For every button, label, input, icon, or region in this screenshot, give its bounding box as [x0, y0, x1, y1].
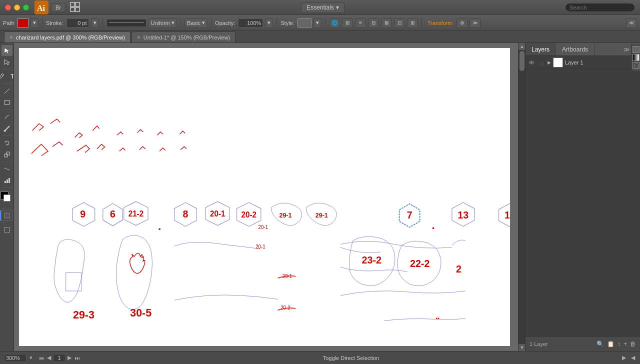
- align-btn1[interactable]: ⊞: [342, 18, 353, 28]
- next-page-btn[interactable]: ▶: [66, 354, 72, 361]
- pen-tool[interactable]: [0, 71, 6, 82]
- style-swatch[interactable]: [298, 18, 312, 28]
- line-tool[interactable]: [2, 86, 12, 96]
- warp-tool[interactable]: [2, 164, 12, 174]
- tab-close-icon2[interactable]: ×: [137, 34, 140, 41]
- first-page-btn[interactable]: ⏮: [38, 355, 45, 361]
- status-nav-icon[interactable]: ◀: [630, 354, 636, 361]
- page-number-input[interactable]: [53, 354, 66, 362]
- view-options-btn[interactable]: [70, 2, 80, 14]
- align-btn5[interactable]: ⊡: [394, 18, 405, 28]
- stroke-value-input[interactable]: [66, 18, 89, 28]
- zoom-dropdown-icon[interactable]: ▾: [30, 354, 32, 361]
- hex-21-2: 21-2: [124, 202, 148, 226]
- zoom-input[interactable]: [4, 354, 26, 362]
- svg-rect-2: [70, 2, 74, 6]
- darken-mode-btn[interactable]: [2, 210, 12, 221]
- scroll-track[interactable]: [518, 50, 525, 344]
- gradient-icon[interactable]: [632, 54, 640, 61]
- titlebar-center: Essentials ▾: [80, 2, 565, 13]
- transform-button[interactable]: Transform: [426, 20, 454, 26]
- normal-mode-btn[interactable]: [0, 210, 1, 221]
- svg-text:6: 6: [110, 208, 116, 220]
- status-expand-icon[interactable]: ▶: [621, 354, 627, 361]
- stroke-unit-dropdown[interactable]: ▾: [91, 18, 99, 28]
- type-tool[interactable]: T: [7, 71, 14, 82]
- canvas[interactable]: 9 6 21-2 8: [19, 48, 510, 346]
- vertical-scrollbar[interactable]: ▲ ▼: [518, 43, 525, 351]
- layer-lock-icon[interactable]: [538, 58, 546, 66]
- move-to-layer-icon[interactable]: ↕: [618, 340, 620, 348]
- scale-tool[interactable]: [2, 149, 12, 160]
- layer-row[interactable]: ▶ Layer 1: [526, 56, 640, 69]
- scroll-down-arrow[interactable]: ▼: [518, 344, 525, 351]
- style-label: Style:: [280, 20, 294, 26]
- align-btn6[interactable]: ⊞: [407, 18, 418, 28]
- transform-options-btn[interactable]: ⊕: [456, 18, 468, 28]
- main-toolbar: Path ▾ Stroke: ▾ Uniform ▾ Basic ▾ Opaci…: [0, 15, 640, 31]
- more-options-btn[interactable]: ≫: [470, 18, 480, 28]
- rect-tool[interactable]: [2, 97, 12, 108]
- basic-dropdown[interactable]: Basic ▾: [184, 18, 208, 28]
- align-btn4[interactable]: ⊠: [381, 18, 392, 28]
- scroll-up-arrow[interactable]: ▲: [518, 43, 525, 50]
- canvas-area[interactable]: 9 6 21-2 8: [14, 43, 525, 351]
- fill-color-swatch[interactable]: [18, 18, 28, 28]
- svg-text:2: 2: [456, 264, 462, 274]
- paintbrush-tool[interactable]: [2, 123, 12, 134]
- style-dropdown[interactable]: ▾: [314, 18, 322, 28]
- pencil-tool[interactable]: [2, 112, 12, 122]
- color-icon[interactable]: [632, 46, 640, 53]
- last-page-btn[interactable]: ⏭: [74, 355, 81, 361]
- align-btn2[interactable]: ≡: [355, 18, 366, 28]
- artboard-tool[interactable]: [2, 224, 12, 236]
- direct-selection-tool[interactable]: [2, 56, 12, 68]
- rotate-tool[interactable]: [2, 138, 12, 148]
- svg-text:7: 7: [407, 210, 412, 220]
- search-input[interactable]: [565, 3, 635, 12]
- svg-rect-3: [76, 2, 80, 6]
- layers-count: 1 Layer: [530, 341, 548, 347]
- main-area: T: [0, 43, 640, 351]
- tool-sep2: [2, 84, 12, 84]
- graph-tool[interactable]: [2, 175, 12, 186]
- expand-panel-btn[interactable]: ≪: [626, 18, 637, 28]
- svg-rect-10: [6, 152, 10, 155]
- layer-visibility-icon[interactable]: [528, 58, 536, 66]
- arrange-controls: ≪: [626, 18, 637, 28]
- globe-icon-btn[interactable]: 🌐: [329, 18, 340, 28]
- artboards-tab[interactable]: Artboards: [556, 43, 594, 56]
- align-btn3[interactable]: ⊟: [368, 18, 379, 28]
- selection-tool[interactable]: [2, 45, 12, 56]
- hex-9: 9: [72, 202, 95, 226]
- tab-charizard[interactable]: × charizard layers.pdf @ 300% (RGB/Previ…: [4, 32, 130, 42]
- pattern-icon[interactable]: [632, 62, 640, 69]
- maximize-button[interactable]: [23, 4, 29, 10]
- new-layer-icon[interactable]: +: [624, 340, 627, 348]
- tab-close-icon[interactable]: ×: [10, 34, 13, 41]
- tab-untitled[interactable]: × Untitled-1* @ 150% (RGB/Preview): [132, 32, 236, 42]
- panel-menu-icon[interactable]: ≫: [624, 46, 630, 53]
- fill-dropdown[interactable]: ▾: [30, 18, 38, 28]
- scroll-thumb[interactable]: [520, 51, 524, 71]
- stroke-line: [109, 22, 144, 24]
- search-layers-icon[interactable]: 🔍: [596, 340, 604, 348]
- opacity-dropdown[interactable]: ▾: [265, 18, 273, 28]
- close-button[interactable]: [5, 4, 11, 10]
- svg-rect-56: [540, 62, 544, 65]
- add-layer-icon[interactable]: 📋: [607, 340, 614, 348]
- prev-page-btn[interactable]: ◀: [46, 354, 52, 361]
- delete-layer-icon[interactable]: 🗑: [630, 340, 636, 348]
- app-logo: Ai: [34, 0, 49, 15]
- minimize-button[interactable]: [14, 4, 20, 10]
- layer-expand-icon[interactable]: ▶: [548, 60, 551, 65]
- layers-tab[interactable]: Layers: [526, 43, 556, 56]
- uniform-dropdown[interactable]: Uniform ▾: [148, 18, 178, 28]
- tab-bar: × charizard layers.pdf @ 300% (RGB/Previ…: [0, 31, 640, 43]
- status-toggle-label: Toggle Direct Selection: [84, 355, 618, 361]
- background-color[interactable]: [4, 194, 10, 202]
- opacity-input[interactable]: [238, 18, 263, 28]
- svg-rect-9: [4, 154, 8, 157]
- essentials-button[interactable]: Essentials ▾: [301, 2, 344, 13]
- bridge-button[interactable]: Br: [51, 3, 66, 12]
